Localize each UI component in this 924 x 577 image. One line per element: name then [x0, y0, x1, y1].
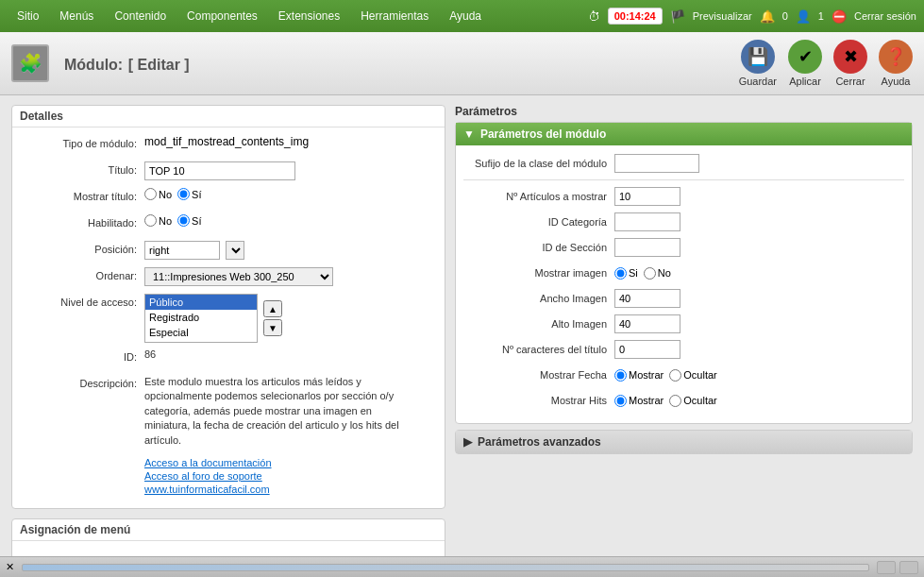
show-title-no-radio[interactable]	[144, 188, 157, 200]
link-docs[interactable]: Acceso a la documentación	[144, 457, 272, 468]
position-select[interactable]	[226, 241, 244, 260]
apply-button[interactable]: ✔ Aplicar	[788, 40, 822, 87]
show-image-si-radio[interactable]	[614, 267, 627, 280]
show-date-mostrar-radio[interactable]	[614, 369, 627, 382]
show-date-ocultar-label[interactable]: Ocultar	[669, 369, 716, 382]
nav-componentes[interactable]: Componentes	[177, 6, 267, 26]
bottom-right-icons	[877, 561, 918, 574]
advanced-params-title-text: Parámetros avanzados	[478, 435, 601, 449]
bottom-x-icon: ✕	[6, 561, 14, 573]
title-label: Título:	[22, 161, 144, 176]
enabled-no-radio[interactable]	[144, 214, 157, 227]
suffix-input[interactable]	[614, 154, 699, 173]
nav-sitio[interactable]: Sitio	[8, 6, 48, 26]
main-area: 🧩 Módulo: [ Editar ] 💾 Guardar ✔ Aplicar…	[0, 32, 924, 556]
desc-label: Descripción:	[22, 375, 144, 389]
articles-input[interactable]	[614, 187, 680, 206]
access-down-button[interactable]: ▼	[263, 319, 282, 336]
apply-label: Aplicar	[789, 76, 821, 87]
section-id-input[interactable]	[614, 238, 680, 257]
advanced-params-title[interactable]: ▶ Parámetros avanzados	[456, 431, 912, 453]
show-image-no-label[interactable]: No	[644, 267, 671, 280]
bottom-icon-1	[877, 561, 896, 574]
title-input[interactable]	[144, 161, 295, 180]
preview-button[interactable]: Previsualizar	[693, 10, 752, 22]
title-chars-input[interactable]	[614, 340, 680, 359]
category-id-label: ID Categoría	[463, 216, 614, 228]
show-image-no-radio[interactable]	[644, 267, 656, 280]
enabled-si-label[interactable]: Sí	[177, 214, 201, 227]
show-image-si-label[interactable]: Si	[614, 267, 638, 280]
show-title-si-label[interactable]: Sí	[177, 188, 201, 200]
position-input[interactable]	[144, 241, 220, 260]
module-params-panel: ▼ Parámetros del módulo Sufijo de la cla…	[455, 122, 913, 424]
articles-label: Nº Artículos a mostrar	[463, 191, 614, 202]
bottom-bar: ✕	[0, 556, 924, 577]
logout-button[interactable]: Cerrar sesión	[854, 10, 916, 22]
details-title: Detalles	[12, 106, 445, 127]
order-label: Ordenar:	[22, 267, 144, 281]
nav-ayuda[interactable]: Ayuda	[440, 6, 491, 26]
show-title-si-radio[interactable]	[177, 188, 190, 200]
module-type-text: mod_tif_mostread_contents_img	[144, 135, 309, 148]
show-hits-label: Mostrar Hits	[463, 395, 614, 406]
scrollbar[interactable]	[22, 564, 869, 571]
details-box: Detalles Tipo de módulo: mod_tif_mostrea…	[11, 105, 445, 509]
order-select[interactable]: 11::Impresiones Web 300_250	[144, 267, 333, 286]
nav-menus[interactable]: Menús	[50, 6, 103, 26]
show-image-label: Mostrar imagen	[463, 267, 614, 279]
alert-count: 0	[782, 10, 788, 22]
toolbar: 🧩 Módulo: [ Editar ] 💾 Guardar ✔ Aplicar…	[0, 32, 924, 95]
content-area: Detalles Tipo de módulo: mod_tif_mostrea…	[0, 95, 924, 556]
show-title-no-label[interactable]: No	[144, 188, 172, 200]
desc-text: Este modulo muestra los articulos más le…	[144, 375, 409, 448]
preview-icon: 🏴	[670, 9, 685, 24]
access-option-registrado[interactable]: Registrado	[145, 310, 257, 325]
right-panel: Parámetros ▼ Parámetros del módulo Sufij…	[455, 105, 913, 556]
image-width-input[interactable]	[614, 289, 680, 308]
access-row: Nivel de acceso: Público Registrado Espe…	[22, 294, 435, 343]
close-button[interactable]: ✖ Cerrar	[833, 40, 867, 87]
access-option-especial[interactable]: Especial	[145, 325, 257, 340]
bottom-icon-2	[899, 561, 918, 574]
link-forum[interactable]: Acceso al foro de soporte	[144, 470, 272, 482]
logout-icon: ⛔	[832, 9, 847, 24]
show-hits-mostrar-label[interactable]: Mostrar	[614, 395, 664, 407]
image-height-row: Alto Imagen	[463, 314, 904, 334]
show-hits-radio-group: Mostrar Ocultar	[614, 395, 717, 407]
show-hits-ocultar-label[interactable]: Ocultar	[669, 395, 716, 407]
module-params-title-text: Parámetros del módulo	[480, 127, 606, 141]
clock-display: 00:14:24	[608, 8, 663, 25]
image-width-label: Ancho Imagen	[463, 293, 614, 304]
module-params-inner: Sufijo de la clase del módulo Nº Artícul…	[456, 145, 912, 423]
section-id-label: ID de Sección	[463, 242, 614, 253]
image-height-input[interactable]	[614, 314, 680, 333]
advanced-params-panel: ▶ Parámetros avanzados	[455, 430, 913, 454]
show-date-mostrar-label[interactable]: Mostrar	[614, 369, 664, 382]
section-id-row: ID de Sección	[463, 237, 904, 258]
details-inner: Tipo de módulo: mod_tif_mostread_content…	[12, 127, 445, 508]
order-row: Ordenar: 11::Impresiones Web 300_250	[22, 267, 435, 288]
show-hits-ocultar-radio[interactable]	[669, 395, 681, 407]
desc-row: Descripción: Este modulo muestra los art…	[22, 375, 435, 495]
show-date-ocultar-radio[interactable]	[669, 369, 681, 382]
access-listbox[interactable]: Público Registrado Especial	[144, 294, 258, 343]
toolbar-actions: 💾 Guardar ✔ Aplicar ✖ Cerrar ❓ Ayuda	[739, 40, 913, 87]
image-width-row: Ancho Imagen	[463, 288, 904, 309]
nav-contenido[interactable]: Contenido	[105, 6, 176, 26]
enabled-no-label[interactable]: No	[144, 214, 172, 227]
params-heading: Parámetros	[455, 105, 913, 118]
save-button[interactable]: 💾 Guardar	[739, 40, 777, 87]
access-option-publico[interactable]: Público	[145, 295, 257, 310]
nav-extensiones[interactable]: Extensiones	[269, 6, 349, 26]
enabled-si-radio[interactable]	[177, 214, 190, 227]
alert-icon: 🔔	[760, 9, 775, 24]
link-website[interactable]: www.tuinformaticafacil.com	[144, 484, 272, 495]
category-id-input[interactable]	[614, 212, 680, 231]
access-up-button[interactable]: ▲	[263, 300, 282, 317]
enabled-row: Habilitado: No Sí	[22, 214, 435, 235]
help-button[interactable]: ❓ Ayuda	[879, 40, 913, 87]
nav-herramientas[interactable]: Herramientas	[351, 6, 438, 26]
enabled-radio-group: No Sí	[144, 214, 201, 227]
show-hits-mostrar-radio[interactable]	[614, 395, 627, 407]
